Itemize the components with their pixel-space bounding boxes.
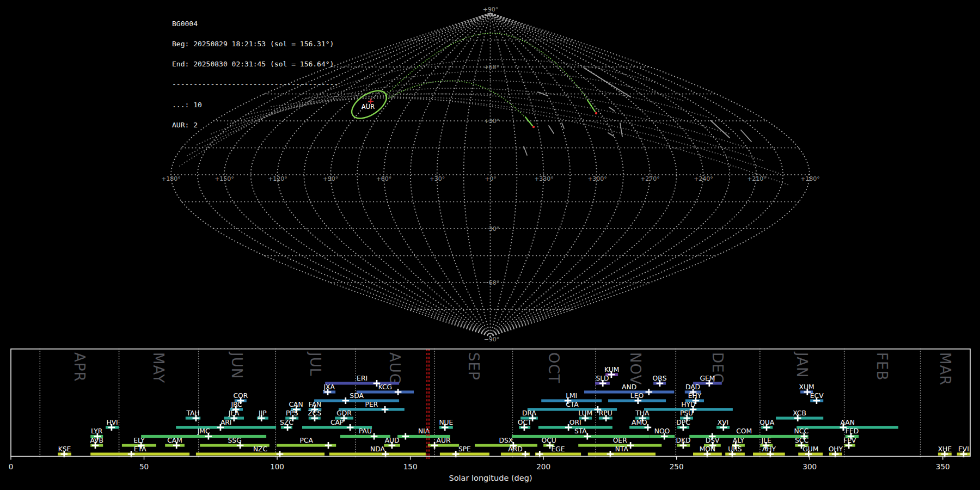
longitude-label: +90° xyxy=(323,175,339,182)
shower-code-label: ETA xyxy=(134,445,146,453)
shower-code-label: AUR xyxy=(437,437,451,444)
shower-code-label: NDA xyxy=(370,445,385,453)
longitude-label: +150° xyxy=(215,175,234,182)
month-label: AUG xyxy=(387,352,403,385)
shower-code-label: SDA xyxy=(350,392,364,400)
shower-code-label: CTA xyxy=(566,401,579,408)
shower-bar xyxy=(512,435,650,438)
shower-count: AUR: 2 xyxy=(172,122,338,128)
shower-code-label: URS xyxy=(728,445,742,453)
longitude-label: +0° xyxy=(485,175,497,182)
shower-bar xyxy=(176,426,276,428)
meteor-streak xyxy=(710,120,730,138)
shower-code-label: LEO xyxy=(630,392,644,400)
latitude-label: −90° xyxy=(484,336,500,343)
shower-code-label: CAP xyxy=(330,419,344,426)
shower-code-label: NZC xyxy=(253,445,267,453)
x-tick-label: 0 xyxy=(9,462,14,471)
shower-bar xyxy=(314,399,399,402)
shower-code-label: JXA xyxy=(323,383,335,391)
sporadic-count: ...: 10 xyxy=(172,102,338,108)
shower-code-label: DRA xyxy=(522,409,537,417)
x-tick-label: 150 xyxy=(403,462,418,471)
shower-code-label: KCG xyxy=(378,383,393,391)
meteor-station-report: { "header": { "lines": [ "BG0004", "Beg:… xyxy=(0,0,980,490)
month-label: OCT xyxy=(546,352,562,384)
meteor-streak xyxy=(562,123,564,128)
shower-code-label: NIA xyxy=(418,427,430,435)
shower-code-label: XCB xyxy=(793,409,806,417)
radiant-code-label: AUR xyxy=(362,103,375,111)
month-label: APR xyxy=(71,352,88,382)
shower-code-label: JIP xyxy=(258,409,267,417)
meteor-streak xyxy=(609,107,615,111)
shower-bar xyxy=(584,390,674,393)
shower-code-label: AVB xyxy=(90,437,103,444)
shower-code-label: SZC xyxy=(280,419,293,426)
longitude-label: +60° xyxy=(376,175,392,182)
shower-code-label: AMO xyxy=(632,419,647,426)
shower-code-label: ARI xyxy=(220,419,232,426)
shower-code-label: ERI xyxy=(357,375,367,382)
shower-code-label: ORI xyxy=(569,419,581,426)
grid-meridian xyxy=(491,13,650,336)
meteor-end-dot xyxy=(595,112,597,114)
meteor-great-circle xyxy=(303,96,791,186)
shower-code-label: AHY xyxy=(762,445,776,453)
month-label: JAN xyxy=(794,351,810,378)
latitude-label: +30° xyxy=(484,118,500,125)
shower-code-label: SPE xyxy=(458,445,471,453)
x-axis-title: Solar longitude (deg) xyxy=(449,474,532,482)
shower-code-label: FEV xyxy=(843,437,856,444)
month-label: JUL xyxy=(307,351,323,376)
shower-code-label: ELY xyxy=(133,437,145,444)
shower-bar xyxy=(440,452,489,455)
longitude-label: +300° xyxy=(587,175,607,182)
shower-bar xyxy=(475,444,537,446)
x-tick-label: 350 xyxy=(936,462,950,471)
longitude-label: +120° xyxy=(268,175,287,182)
shower-code-label: STA xyxy=(574,427,587,435)
shower-bar xyxy=(90,452,189,455)
shower-code-label: CAM xyxy=(167,437,182,444)
meteor-streak xyxy=(549,126,554,133)
shower-bar xyxy=(340,435,390,438)
shower-code-label: EGE xyxy=(551,445,565,453)
month-label: SEP xyxy=(465,352,482,381)
shower-bar xyxy=(357,390,414,393)
shower-code-label: EHY xyxy=(688,392,702,400)
grid-meridian xyxy=(330,13,490,336)
shower-code-label: NOO xyxy=(654,427,670,435)
shower-bar xyxy=(588,452,656,455)
month-label: NOV xyxy=(627,352,644,385)
latitude-label: −30° xyxy=(484,225,500,232)
shower-bar xyxy=(329,452,426,455)
shower-code-label: GEM xyxy=(700,375,715,382)
shower-code-label: GUM xyxy=(803,445,818,453)
x-tick-label: 250 xyxy=(670,462,684,471)
shower-code-label: NTA xyxy=(615,445,629,453)
x-tick-label: 300 xyxy=(803,462,817,471)
month-label: MAY xyxy=(150,352,167,383)
end-time-line: End: 20250830 02:31:45 (sol = 156.64°) xyxy=(172,61,338,68)
longitude-label: +210° xyxy=(747,175,767,182)
shower-code-label: PCA xyxy=(299,437,313,444)
shower-code-label: TAH xyxy=(186,409,199,417)
shower-track-dotted xyxy=(387,81,531,124)
longitude-label: +180° xyxy=(800,175,820,182)
longitude-label: +180° xyxy=(161,175,181,182)
begin-time-line: Beg: 20250829 18:21:53 (sol = 156.31°) xyxy=(172,41,338,47)
month-label: MAR xyxy=(937,352,953,385)
shower-code-label: COM xyxy=(736,427,752,435)
shower-code-label: PER xyxy=(365,401,378,408)
latitude-label: −60° xyxy=(484,279,500,286)
x-tick-label: 100 xyxy=(270,462,284,471)
shower-code-label: PAU xyxy=(359,427,372,435)
latitude-label: +90° xyxy=(483,6,499,13)
latitude-label: +60° xyxy=(484,64,500,71)
x-tick-label: 200 xyxy=(536,462,550,471)
shower-code-label: PPS xyxy=(286,409,298,417)
shower-code-label: OER xyxy=(613,437,627,444)
longitude-label: +240° xyxy=(694,175,713,182)
x-tick-label: 50 xyxy=(139,462,149,471)
